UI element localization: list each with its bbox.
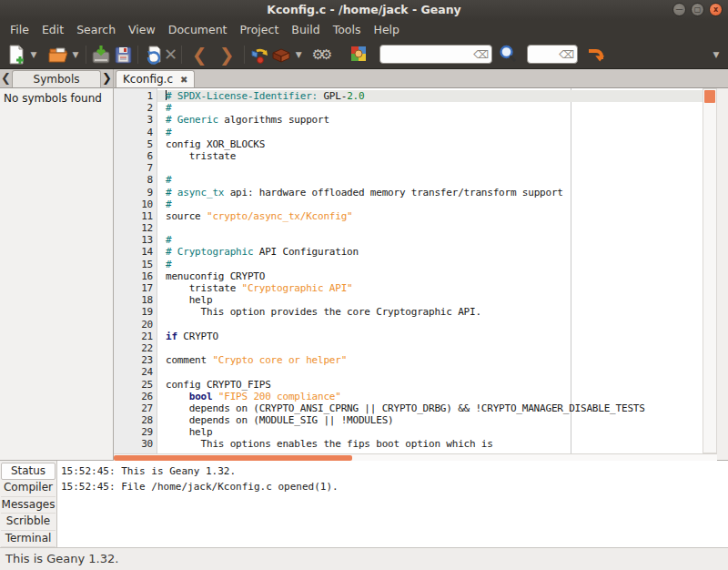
- horizontal-scrollbar[interactable]: [114, 453, 717, 461]
- code-editor[interactable]: 1# SPDX-License-Identifier: GPL-2.02#3# …: [114, 88, 703, 453]
- tab-close-icon[interactable]: ✖: [180, 75, 187, 85]
- save-all-button[interactable]: [112, 42, 134, 67]
- code-line[interactable]: 21if CRYPTO: [114, 331, 703, 342]
- minimize-button[interactable]: —: [672, 3, 686, 16]
- code-line[interactable]: 10#: [114, 198, 703, 210]
- toolbar: ▼ ▼ ✕ ❮ ❯: [0, 40, 728, 69]
- color-chooser-button[interactable]: [349, 42, 370, 67]
- code-line[interactable]: 18 help: [114, 294, 703, 306]
- message-tab-scribble[interactable]: Scribble: [1, 514, 56, 530]
- new-file-dropdown[interactable]: ▼: [27, 42, 40, 67]
- menu-document[interactable]: Document: [162, 20, 234, 40]
- code-line[interactable]: 7: [114, 162, 703, 174]
- search-icon: [498, 44, 520, 66]
- compile-button[interactable]: [248, 42, 270, 67]
- tab-symbols[interactable]: Symbols: [12, 70, 101, 87]
- open-folder-icon: [47, 44, 69, 66]
- tab-label: Kconfig.c: [123, 73, 173, 86]
- message-tab-messages[interactable]: Messages: [1, 497, 56, 514]
- clear-icon[interactable]: ⌫: [559, 49, 574, 60]
- sidebar-tabs-scroll-left[interactable]: ❮: [0, 70, 12, 87]
- chevron-down-icon: ▼: [73, 50, 79, 59]
- line-text: tristate "Cryptographic API": [157, 282, 353, 294]
- goto-line-input[interactable]: [531, 46, 559, 62]
- menu-tools[interactable]: Tools: [327, 20, 368, 40]
- code-line[interactable]: 26 bool "FIPS 200 compliance": [114, 391, 703, 402]
- menu-view[interactable]: View: [122, 20, 162, 40]
- tab-kconfig-c[interactable]: Kconfig.c ✖: [116, 70, 195, 87]
- menu-file[interactable]: File: [4, 20, 35, 40]
- open-file-button[interactable]: [47, 42, 69, 67]
- line-number: 24: [114, 366, 157, 378]
- code-line[interactable]: 27 depends on (CRYPTO_ANSI_CPRNG || CRYP…: [114, 402, 703, 414]
- menu-edit[interactable]: Edit: [35, 20, 70, 40]
- code-line[interactable]: 4#: [114, 127, 703, 138]
- code-line[interactable]: 23comment "Crypto core or helper": [114, 354, 703, 366]
- code-line[interactable]: 6 tristate: [114, 150, 703, 162]
- code-line[interactable]: 5config XOR_BLOCKS: [114, 138, 703, 150]
- maximize-button[interactable]: ▢: [691, 3, 704, 16]
- compile-icon: [248, 44, 270, 66]
- vertical-scrollbar[interactable]: [703, 88, 717, 453]
- search-entry-wrap: ⌫: [379, 45, 492, 64]
- build-button[interactable]: [270, 42, 292, 67]
- code-line[interactable]: 13#: [114, 234, 703, 246]
- line-number: 26: [114, 391, 157, 402]
- chevron-down-icon: ▼: [713, 50, 720, 59]
- horizontal-scrollbar-thumb[interactable]: [114, 455, 352, 461]
- navigate-forward-button[interactable]: ❯: [213, 42, 240, 67]
- code-line[interactable]: 29 help: [114, 426, 703, 438]
- menu-search[interactable]: Search: [70, 20, 122, 40]
- code-line[interactable]: 14# Cryptographic API Configuration: [114, 246, 703, 258]
- code-line[interactable]: 3# Generic algorithms support: [114, 114, 703, 126]
- toolbar-overflow-button[interactable]: ▼: [710, 42, 723, 67]
- save-button[interactable]: [90, 42, 112, 67]
- jump-to-line-button[interactable]: [585, 42, 607, 67]
- sidebar-tabs-scroll-right[interactable]: ❯: [101, 70, 113, 87]
- menu-project[interactable]: Project: [234, 20, 286, 40]
- menu-build[interactable]: Build: [285, 20, 326, 40]
- new-document-icon: [5, 44, 27, 66]
- code-line[interactable]: 16menuconfig CRYPTO: [114, 270, 703, 282]
- code-line[interactable]: 17 tristate "Cryptographic API": [114, 282, 703, 294]
- code-line[interactable]: 15#: [114, 259, 703, 270]
- build-dropdown[interactable]: ▼: [292, 42, 305, 67]
- vertical-scrollbar-thumb[interactable]: [704, 90, 715, 103]
- search-input[interactable]: [383, 46, 473, 62]
- code-line[interactable]: 25config CRYPTO_FIPS: [114, 379, 703, 391]
- open-file-dropdown[interactable]: ▼: [69, 42, 82, 67]
- close-document-icon: ✕: [164, 45, 177, 64]
- code-line[interactable]: 19 This option provides the core Cryptog…: [114, 306, 703, 318]
- code-line[interactable]: 24: [114, 366, 703, 378]
- navigate-back-button[interactable]: ❮: [186, 42, 213, 67]
- message-window: StatusCompilerMessagesScribbleTerminal 1…: [0, 460, 728, 547]
- code-line[interactable]: 8#: [114, 174, 703, 186]
- line-text: This option provides the core Cryptograp…: [157, 306, 481, 318]
- clear-icon[interactable]: ⌫: [473, 49, 489, 60]
- code-line[interactable]: 28 depends on (MODULE_SIG || !MODULES): [114, 414, 703, 426]
- message-tab-terminal[interactable]: Terminal: [1, 531, 56, 547]
- line-number: 5: [114, 138, 157, 150]
- code-line[interactable]: 2#: [114, 102, 703, 114]
- code-line[interactable]: 1# SPDX-License-Identifier: GPL-2.0: [114, 90, 703, 102]
- code-line[interactable]: 9# async_tx api: hardware offloaded memo…: [114, 187, 703, 198]
- code-line[interactable]: 30 This options enables the fips boot op…: [114, 438, 703, 450]
- menu-help[interactable]: Help: [368, 20, 407, 40]
- code-line[interactable]: 11source "crypto/async_tx/Kconfig": [114, 210, 703, 222]
- titlebar[interactable]: Kconfig.c - /home/jack - Geany — ▢ x: [0, 0, 728, 20]
- revert-button[interactable]: [142, 42, 164, 67]
- new-file-button[interactable]: [5, 42, 27, 67]
- close-document-button[interactable]: ✕: [164, 42, 177, 67]
- line-number: 3: [114, 114, 157, 126]
- line-text: This options enables the fips boot optio…: [157, 438, 493, 450]
- message-tab-status[interactable]: Status: [1, 463, 56, 480]
- line-number: 30: [114, 438, 157, 450]
- run-button[interactable]: ⚙⚙: [305, 42, 336, 67]
- message-window-tabs: StatusCompilerMessagesScribbleTerminal: [0, 461, 57, 547]
- find-button[interactable]: [498, 42, 520, 67]
- code-line[interactable]: 12: [114, 222, 703, 234]
- code-line[interactable]: 20: [114, 319, 703, 331]
- code-line[interactable]: 22: [114, 342, 703, 354]
- message-tab-compiler[interactable]: Compiler: [1, 480, 56, 496]
- close-button[interactable]: x: [709, 3, 723, 16]
